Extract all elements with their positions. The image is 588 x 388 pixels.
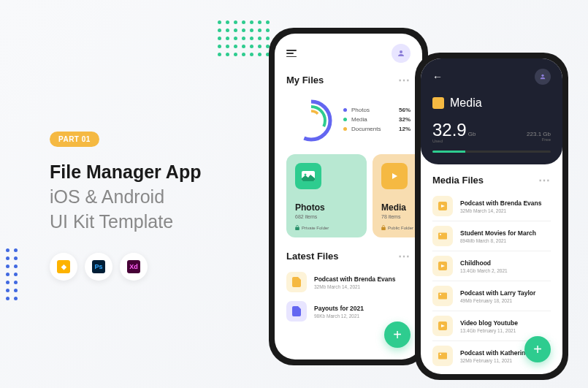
more-icon[interactable]: ⋯ [398, 73, 411, 87]
lock-icon [381, 225, 386, 230]
legend-item: Photos56% [343, 107, 411, 113]
latest-files-heading: Latest Files [286, 251, 339, 262]
svg-rect-6 [295, 227, 299, 230]
svg-point-8 [541, 75, 543, 77]
back-icon[interactable]: ← [432, 71, 443, 83]
media-files-heading: Media Files [432, 175, 484, 186]
list-item[interactable]: Podcast with Brenda Evans32Mb March 14, … [421, 191, 562, 221]
menu-icon[interactable] [286, 50, 297, 57]
list-item[interactable]: Childhood13.4Gb March 2, 2021 [421, 251, 562, 281]
svg-point-0 [400, 50, 402, 53]
card-subtitle: 682 items [295, 214, 358, 219]
svg-point-17 [440, 354, 441, 355]
more-icon[interactable]: ⋯ [538, 173, 551, 187]
phone-mockup-1: My Files⋯ Photos56%Media32%Documents12% … [269, 28, 428, 365]
product-subtitle-2: UI Kit Template [50, 210, 240, 235]
storage-donut-chart [286, 96, 336, 145]
decoration-dots-green [218, 20, 270, 56]
product-title: File Manager App [50, 160, 240, 185]
avatar[interactable] [535, 69, 551, 85]
marketing-panel: PART 01 File Manager App iOS & Android U… [50, 132, 240, 281]
svg-point-14 [440, 294, 441, 295]
list-item[interactable]: Podcast with Brenda Evans32Mb March 14, … [275, 267, 422, 297]
svg-point-3 [302, 111, 321, 130]
folder-icon [432, 97, 444, 109]
page-title: Media [450, 96, 482, 110]
add-button[interactable]: + [524, 336, 551, 362]
latest-files-list: Podcast with Brenda Evans32Mb March 14, … [275, 267, 422, 326]
folder-card-photos[interactable]: Photos 682 items Private Folder [286, 154, 367, 237]
photoshop-icon: Ps [85, 253, 112, 281]
decoration-dots-blue [6, 248, 18, 300]
svg-rect-7 [381, 227, 386, 230]
svg-point-11 [440, 234, 441, 235]
xd-icon: Xd [120, 253, 148, 281]
avatar[interactable] [392, 44, 411, 63]
my-files-heading: My Files [286, 75, 324, 85]
storage-progress [432, 151, 551, 153]
legend-item: Documents12% [343, 126, 411, 132]
svg-rect-13 [438, 293, 447, 300]
sketch-icon: ◆ [50, 253, 77, 281]
legend-item: Media32% [343, 116, 411, 123]
more-icon[interactable]: ⋯ [398, 249, 411, 263]
card-title: Photos [295, 202, 358, 213]
part-badge: PART 01 [50, 132, 99, 147]
lock-icon [295, 225, 299, 230]
list-item[interactable]: Podcast with Larry Taylor49Mb February 1… [421, 281, 562, 311]
chart-legend: Photos56%Media32%Documents12% [343, 107, 411, 135]
storage-free: 223.1 GbFree [527, 131, 551, 142]
list-item[interactable]: Student Movies for March894Mb March 8, 2… [421, 221, 562, 251]
svg-rect-16 [438, 353, 447, 360]
svg-rect-10 [438, 233, 447, 240]
product-subtitle-1: iOS & Android [50, 185, 240, 210]
storage-used: 32.9GbUsed [432, 120, 476, 143]
add-button[interactable]: + [384, 322, 411, 348]
phone-mockup-2: ← Media 32.9GbUsed 223.1 GbFree Media Fi… [415, 53, 568, 380]
